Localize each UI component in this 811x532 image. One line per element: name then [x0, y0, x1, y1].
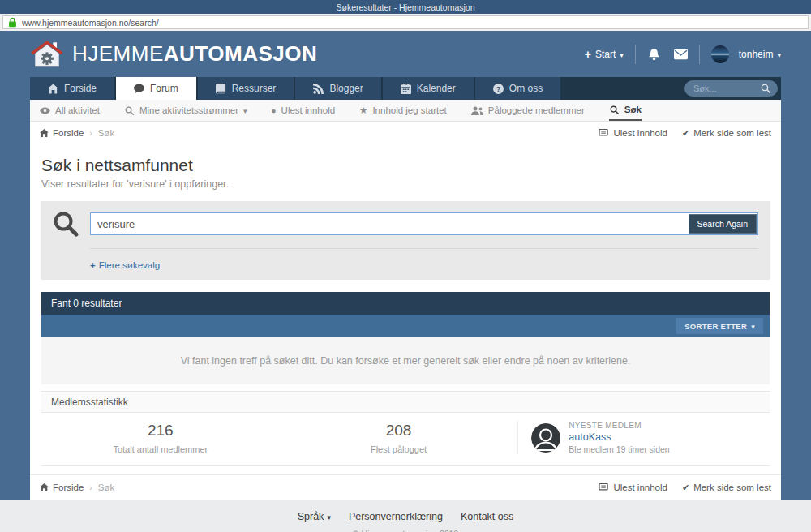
caret-down-icon: ▾ [751, 323, 755, 331]
tab-ressurser[interactable]: Ressurser [198, 77, 294, 100]
page-title: Søk i nettsamfunnet [41, 156, 770, 175]
no-results-message: Vi fant ingen treff på søket ditt. Du ka… [41, 337, 770, 384]
tab-om-oss[interactable]: ? Om oss [475, 77, 560, 100]
site-logo[interactable]: HJEMMEAUTOMASJON [30, 40, 317, 69]
page-background: HJEMMEAUTOMASJON + Start ▾ [0, 31, 811, 500]
address-bar[interactable]: www.hjemmeautomasjon.no/search/ [2, 15, 809, 29]
home-icon [40, 129, 49, 137]
subnav-ulest-innhold[interactable]: ● Ulest innhold [272, 100, 336, 121]
browser-title: Søkeresultater - Hjemmeautomasjon [337, 2, 475, 12]
bell-icon [647, 48, 661, 61]
home-icon [40, 483, 49, 491]
copyright-text: © Hjemmeautomasjon 2016 [0, 529, 811, 532]
home-icon [48, 84, 58, 94]
tab-forum[interactable]: Forum [116, 77, 196, 100]
start-menu-button[interactable]: + Start ▾ [585, 48, 624, 61]
home-gear-logo-icon [30, 40, 64, 69]
more-search-options-link[interactable]: + Flere søkevalg [90, 260, 160, 270]
padlock-icon [8, 17, 17, 28]
subnav-innhold-jeg-startet[interactable]: ★ Innhold jeg startet [359, 100, 447, 121]
breadcrumb: Forside › Søk Ulest innhold ✔ Merk side … [30, 122, 781, 144]
chevron-right-icon: › [89, 129, 92, 138]
divider [635, 45, 636, 64]
search-icon[interactable] [761, 84, 770, 93]
person-silhouette-icon [531, 423, 560, 453]
subnav-aktivitetsstrommer[interactable]: Mine aktivitetsstrømmer ▾ [124, 100, 247, 121]
search-panel: Search Again + Flere søkevalg [41, 201, 770, 280]
caret-down-icon: ▾ [620, 51, 624, 59]
site-title: HJEMMEAUTOMASJON [72, 41, 317, 66]
language-menu[interactable]: Språk ▾ [298, 511, 331, 522]
circle-icon: ● [272, 106, 277, 115]
url-text: www.hjemmeautomasjon.no/search/ [22, 18, 159, 28]
newest-member: NYESTE MEDLEM autoKass Ble medlem 19 tim… [517, 421, 770, 454]
browser-urlbar: www.hjemmeautomasjon.no/search/ [0, 14, 811, 31]
notifications-button[interactable] [647, 48, 661, 61]
search-again-button[interactable]: Search Again [689, 214, 757, 234]
breadcrumb-bottom: Forside › Søk Ulest innhold ✔ Merk side … [30, 475, 781, 500]
chevron-right-icon: › [89, 483, 92, 492]
breadcrumb-home[interactable]: Forside [53, 128, 84, 138]
sort-by-button[interactable]: SORTER ETTER ▾ [676, 318, 763, 334]
site-footer: Språk ▾ Personvernerklæring Kontakt oss … [0, 500, 811, 532]
newest-member-link[interactable]: autoKass [569, 431, 669, 443]
plus-icon: + [90, 260, 96, 270]
breadcrumb-current: Søk [98, 128, 114, 138]
unread-content-link[interactable]: Ulest innhold [599, 128, 667, 138]
messages-button[interactable] [674, 48, 688, 61]
stat-total-members: 216 Totalt antall medlemmer [41, 422, 280, 454]
user-avatar [711, 45, 729, 63]
search-icon [53, 211, 79, 237]
subnav-paloggede-medlemmer[interactable]: Påloggede medlemmer [471, 100, 585, 121]
mark-read-link[interactable]: ✔ Merk side som lest [682, 128, 771, 139]
tab-kalender[interactable]: Kalender [383, 77, 474, 100]
search-query-input[interactable] [90, 212, 758, 235]
users-icon [471, 106, 483, 115]
stack-icon [599, 129, 609, 138]
breadcrumb-home[interactable]: Forside [53, 483, 84, 492]
svg-text:?: ? [496, 84, 500, 92]
activity-subnav: All aktivitet Mine aktivitetsstrømmer ▾ … [30, 100, 781, 122]
comments-icon [134, 84, 144, 94]
tab-blogger[interactable]: Blogger [295, 77, 380, 100]
calendar-icon [401, 84, 411, 94]
rss-icon [313, 84, 324, 94]
breadcrumb-current: Søk [98, 483, 114, 492]
check-icon: ✔ [682, 128, 689, 139]
envelope-icon [674, 48, 688, 61]
question-icon: ? [493, 84, 504, 94]
search-icon [124, 106, 135, 115]
browser-titlebar: Søkeresultater - Hjemmeautomasjon [0, 0, 811, 14]
stat-most-online: 208 Flest pålogget [280, 422, 518, 454]
unread-content-link[interactable]: Ulest innhold [599, 483, 667, 492]
search-icon [609, 105, 620, 114]
check-icon: ✔ [682, 483, 689, 493]
divider [699, 45, 700, 64]
privacy-link[interactable]: Personvernerklæring [349, 511, 443, 522]
member-statistics-title: Medlemsstatistikk [41, 392, 770, 413]
username: tonheim [739, 49, 774, 60]
subnav-all-aktivitet[interactable]: All aktivitet [40, 100, 100, 121]
divider [90, 248, 758, 249]
caret-down-icon: ▾ [243, 107, 247, 115]
caret-down-icon: ▾ [777, 51, 781, 59]
mark-read-link[interactable]: ✔ Merk side som lest [682, 483, 771, 493]
main-nav: Forside Forum Ressurser Blogger Kalender… [30, 77, 781, 100]
member-statistics: Medlemsstatistikk 216 Totalt antall medl… [41, 391, 770, 466]
user-menu[interactable]: tonheim ▾ [711, 45, 781, 63]
page-subtitle: Viser resultater for 'verisure' i oppfør… [41, 178, 770, 190]
member-avatar[interactable] [531, 423, 560, 453]
contact-link[interactable]: Kontakt oss [461, 511, 513, 522]
subnav-sok[interactable]: Søk [609, 100, 642, 121]
eye-icon [40, 106, 50, 115]
plus-icon: + [585, 48, 591, 61]
site-header: HJEMMEAUTOMASJON + Start ▾ [0, 31, 811, 77]
results-count-header: Fant 0 resultater [41, 292, 770, 315]
star-icon: ★ [359, 105, 367, 116]
stack-icon [599, 483, 609, 492]
search-results: Fant 0 resultater SORTER ETTER ▾ Vi fant… [41, 292, 770, 384]
tab-forside[interactable]: Forside [30, 77, 114, 100]
caret-down-icon: ▾ [327, 513, 331, 521]
book-icon [216, 84, 226, 94]
sort-bar: SORTER ETTER ▾ [41, 315, 770, 337]
